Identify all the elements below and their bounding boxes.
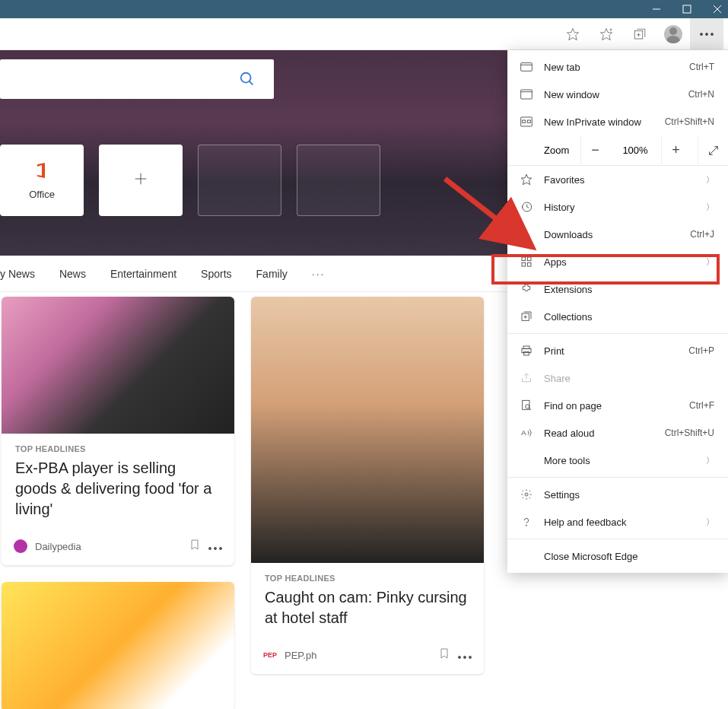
chevron-right-icon: 〉 <box>706 517 714 528</box>
svg-point-20 <box>209 548 211 550</box>
share-icon <box>520 371 533 385</box>
svg-rect-35 <box>522 257 526 261</box>
nav-item[interactable]: Entertainment <box>110 268 176 280</box>
news-card[interactable]: TOP HEADLINES Caught on cam: Pinky cursi… <box>251 297 484 674</box>
chevron-right-icon: 〉 <box>706 256 714 268</box>
favorites-bar-icon[interactable] <box>590 18 623 50</box>
maximize-button[interactable] <box>682 5 691 14</box>
menu-history[interactable]: History 〉 <box>507 193 728 221</box>
svg-rect-32 <box>527 120 530 122</box>
menu-new-window[interactable]: New window Ctrl+N <box>507 81 728 108</box>
apps-icon <box>520 255 533 269</box>
chevron-right-icon: 〉 <box>706 174 714 186</box>
svg-marker-33 <box>521 174 531 184</box>
svg-line-17 <box>250 81 253 85</box>
svg-marker-4 <box>567 28 579 40</box>
news-card[interactable]: TOP HEADLINES Ex-PBA player is selling g… <box>2 297 234 565</box>
card-image <box>251 297 484 563</box>
menu-collections[interactable]: Collections <box>507 303 728 330</box>
card-more-icon[interactable] <box>458 648 472 662</box>
zoom-out-button[interactable]: − <box>580 135 609 166</box>
star-icon <box>520 173 533 186</box>
menu-read-aloud[interactable]: A Read aloud Ctrl+Shift+U <box>507 419 728 447</box>
menu-favorites[interactable]: Favorites 〉 <box>507 166 728 193</box>
download-icon <box>520 227 533 241</box>
svg-text:A: A <box>521 429 526 437</box>
menu-inprivate-window[interactable]: New InPrivate window Ctrl+Shift+N <box>507 108 728 135</box>
nav-item[interactable]: Sports <box>201 268 231 280</box>
inprivate-icon <box>520 115 533 129</box>
nav-more-icon[interactable]: ··· <box>312 268 326 280</box>
menu-new-tab[interactable]: New tab Ctrl+T <box>507 53 728 81</box>
tile-empty[interactable] <box>297 145 380 216</box>
svg-point-23 <box>459 657 461 659</box>
zoom-in-button[interactable]: + <box>661 135 690 166</box>
card-image <box>2 582 234 709</box>
card-image <box>2 297 234 434</box>
new-tab-icon <box>520 60 533 74</box>
svg-rect-28 <box>521 90 532 99</box>
svg-point-22 <box>220 548 222 550</box>
card-category: TOP HEADLINES <box>265 574 470 583</box>
menu-zoom: Zoom − 100% + <box>507 135 728 166</box>
tile-office[interactable]: Office <box>0 145 84 216</box>
menu-more-tools[interactable]: More tools 〉 <box>507 447 728 474</box>
svg-point-21 <box>215 548 217 550</box>
bookmark-icon[interactable] <box>189 538 201 555</box>
collections-icon[interactable] <box>623 18 656 50</box>
menu-close-edge[interactable]: Close Microsoft Edge <box>507 542 728 570</box>
profile-avatar[interactable] <box>656 18 690 50</box>
svg-point-25 <box>469 657 472 659</box>
minimize-button[interactable] <box>652 5 661 14</box>
svg-rect-1 <box>683 5 691 13</box>
settings-more-button[interactable] <box>690 18 723 50</box>
window-titlebar <box>0 0 728 18</box>
new-window-icon <box>520 87 533 101</box>
browser-toolbar <box>0 18 728 50</box>
menu-help[interactable]: Help and feedback 〉 <box>507 508 728 536</box>
source-badge-icon <box>14 539 27 553</box>
search-input[interactable] <box>0 59 274 99</box>
menu-extensions[interactable]: Extensions <box>507 275 728 303</box>
close-button[interactable] <box>713 5 722 14</box>
card-title: Ex-PBA player is selling goods & deliver… <box>15 458 221 520</box>
source-badge-icon: PEP <box>263 648 277 662</box>
print-icon <box>520 344 533 358</box>
svg-point-51 <box>525 493 528 496</box>
menu-downloads[interactable]: Downloads Ctrl+J <box>507 221 728 248</box>
menu-find[interactable]: Find on page Ctrl+F <box>507 392 728 419</box>
tile-label: Office <box>29 189 55 200</box>
nav-item[interactable]: Family <box>256 268 288 280</box>
bookmark-icon[interactable] <box>438 647 450 663</box>
extensions-icon <box>520 282 533 296</box>
news-card[interactable] <box>2 582 234 709</box>
menu-settings[interactable]: Settings <box>507 481 728 508</box>
menu-print[interactable]: Print Ctrl+P <box>507 337 728 364</box>
favorite-star-icon[interactable] <box>556 18 590 50</box>
card-title: Caught on cam: Pinky cursing at hotel st… <box>265 587 470 628</box>
svg-point-13 <box>701 33 703 35</box>
read-aloud-icon: A <box>520 426 533 440</box>
settings-menu: New tab Ctrl+T New window Ctrl+N New InP… <box>507 50 728 573</box>
collections-icon <box>520 310 533 323</box>
svg-point-16 <box>241 73 251 83</box>
tile-add[interactable] <box>99 145 183 216</box>
card-more-icon[interactable] <box>208 539 222 553</box>
svg-point-14 <box>706 33 708 35</box>
nav-item[interactable]: y News <box>0 268 35 280</box>
menu-apps[interactable]: Apps 〉 <box>507 248 728 275</box>
svg-marker-5 <box>601 28 612 40</box>
history-icon <box>520 200 533 214</box>
find-icon <box>520 399 533 412</box>
menu-share: Share <box>507 364 728 392</box>
card-category: TOP HEADLINES <box>15 444 221 453</box>
svg-point-15 <box>711 33 714 35</box>
fullscreen-button[interactable] <box>698 135 728 166</box>
tile-empty[interactable] <box>198 145 281 216</box>
svg-rect-26 <box>521 63 532 72</box>
card-source: PEP.ph <box>285 650 316 661</box>
gear-icon <box>520 488 533 501</box>
svg-rect-36 <box>527 257 531 261</box>
nav-item[interactable]: News <box>59 268 86 280</box>
svg-point-24 <box>464 657 466 659</box>
